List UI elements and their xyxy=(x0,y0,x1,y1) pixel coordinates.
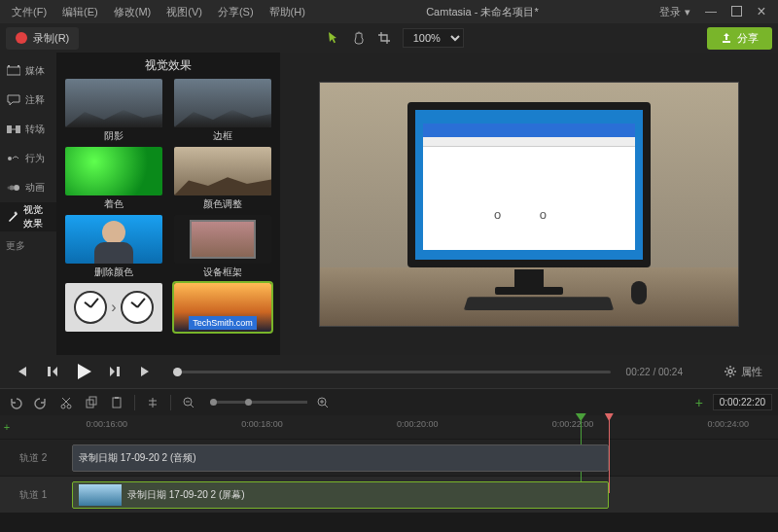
track-2-label: 轨道 2 xyxy=(14,451,72,465)
zoom-in-button[interactable] xyxy=(313,393,333,412)
svg-rect-3 xyxy=(7,125,12,133)
menu-view[interactable]: 视图(V) xyxy=(159,5,210,19)
properties-button[interactable]: 属性 xyxy=(718,365,768,379)
redo-button[interactable] xyxy=(31,393,51,412)
effect-remove-color[interactable]: 删除颜色 xyxy=(64,215,163,279)
effect-color-adjustment[interactable]: 颜色调整 xyxy=(173,147,272,211)
track-2[interactable]: 轨道 2 录制日期 17-09-20 2 (音频) xyxy=(0,439,778,476)
undo-button[interactable] xyxy=(6,393,25,412)
window-maximize-button[interactable] xyxy=(724,4,749,19)
wand-icon xyxy=(6,209,19,225)
time-display: 00:22 / 00:24 xyxy=(626,367,683,377)
menu-edit[interactable]: 编辑(E) xyxy=(54,5,106,19)
effect-border[interactable]: 边框 xyxy=(173,79,272,143)
pointer-tool-icon[interactable] xyxy=(323,27,344,49)
svg-point-5 xyxy=(8,157,12,160)
animation-icon xyxy=(6,180,21,195)
timeline-duration: 0:00:22:20 xyxy=(713,394,772,410)
svg-point-10 xyxy=(61,405,65,408)
record-icon xyxy=(16,32,27,44)
preview-monitor: o o xyxy=(407,102,651,267)
add-track-button[interactable]: + xyxy=(0,421,14,433)
next-frame-button[interactable] xyxy=(134,360,158,383)
window-minimize-button[interactable] xyxy=(698,5,724,18)
sidebar-item-visual-effects[interactable]: 视觉效果 xyxy=(0,202,56,231)
prev-frame-button[interactable] xyxy=(10,360,33,383)
media-icon xyxy=(6,63,21,79)
svg-point-9 xyxy=(728,370,732,373)
record-button[interactable]: 录制(R) xyxy=(6,27,79,50)
timeline-toolbar: + 0:00:22:20 xyxy=(0,388,778,415)
play-button[interactable] xyxy=(72,360,95,383)
seek-bar[interactable] xyxy=(173,371,611,373)
effect-colorize[interactable]: 着色 xyxy=(64,147,163,211)
main-toolbar: 录制(R) 100% 分享 xyxy=(0,23,778,53)
chevron-down-icon: ▾ xyxy=(685,6,690,18)
effect-clock-speed[interactable]: › xyxy=(64,283,163,347)
cut-button[interactable] xyxy=(56,393,76,412)
sidebar-item-behaviors[interactable]: 行为 xyxy=(0,144,56,173)
track-1-label: 轨道 1 xyxy=(14,488,72,502)
preview-canvas[interactable]: o o xyxy=(320,83,738,326)
menu-modify[interactable]: 修改(M) xyxy=(106,5,159,19)
svg-point-8 xyxy=(8,187,11,190)
clip-screen[interactable]: 录制日期 17-09-20 2 (屏幕) xyxy=(72,481,609,509)
zoom-out-button[interactable] xyxy=(179,393,198,412)
add-marker-button[interactable]: + xyxy=(691,395,707,410)
behavior-icon xyxy=(6,151,21,166)
zoom-select[interactable]: 100% xyxy=(403,28,464,48)
svg-rect-0 xyxy=(7,67,20,75)
clip-thumbnail xyxy=(79,484,122,506)
menu-help[interactable]: 帮助(H) xyxy=(262,5,313,19)
svg-rect-2 xyxy=(18,65,19,67)
sidebar-item-media[interactable]: 媒体 xyxy=(0,56,56,86)
share-button[interactable]: 分享 xyxy=(707,27,772,50)
annotation-icon xyxy=(6,92,21,108)
preview-panel: o o xyxy=(280,53,778,355)
effects-panel-title: 视觉效果 xyxy=(56,53,280,79)
loading-indicator-icon: o o xyxy=(494,207,564,222)
window-title: Camtasia - 未命名项目* xyxy=(313,5,652,19)
transition-icon xyxy=(6,122,21,137)
gear-icon xyxy=(724,365,737,378)
svg-rect-15 xyxy=(115,397,119,399)
split-button[interactable] xyxy=(143,393,162,412)
svg-point-11 xyxy=(67,405,71,408)
sidebar-item-transitions[interactable]: 转场 xyxy=(0,115,56,144)
svg-point-6 xyxy=(14,185,19,191)
sidebar-rail: 媒体 注释 转场 行为 动画 视觉效果 更多 xyxy=(0,53,56,355)
step-back-button[interactable] xyxy=(41,360,64,383)
svg-rect-14 xyxy=(113,398,121,408)
step-forward-button[interactable] xyxy=(103,360,126,383)
paste-button[interactable] xyxy=(107,393,126,412)
effect-techsmith[interactable]: TechSmith.com xyxy=(173,283,272,347)
account-login[interactable]: 登录▾ xyxy=(652,5,698,19)
effect-device-frame[interactable]: 设备框架 xyxy=(173,215,272,279)
menu-file[interactable]: 文件(F) xyxy=(4,5,54,19)
clip-audio[interactable]: 录制日期 17-09-20 2 (音频) xyxy=(72,444,609,472)
track-1[interactable]: 轨道 1 录制日期 17-09-20 2 (屏幕) xyxy=(0,476,778,513)
timeline: + 0:00:16:00 0:00:18:00 0:00:20:00 0:00:… xyxy=(0,415,778,513)
timeline-zoom-slider[interactable] xyxy=(210,401,307,404)
effects-panel: 视觉效果 阴影 边框 着色 颜色调整 删除颜色 设备框架 › TechSmith… xyxy=(56,53,280,355)
sidebar-more[interactable]: 更多 xyxy=(0,233,56,259)
hand-tool-icon[interactable] xyxy=(348,27,370,49)
menu-share[interactable]: 分享(S) xyxy=(210,5,262,19)
window-close-button[interactable] xyxy=(749,3,774,20)
svg-rect-1 xyxy=(8,65,10,67)
copy-button[interactable] xyxy=(82,393,101,412)
crop-tool-icon[interactable] xyxy=(373,27,395,49)
svg-rect-4 xyxy=(16,125,20,133)
time-ruler[interactable]: 0:00:16:00 0:00:18:00 0:00:20:00 0:00:22… xyxy=(72,415,778,439)
sidebar-item-animations[interactable]: 动画 xyxy=(0,173,56,202)
upload-icon xyxy=(721,32,732,44)
playback-controls: 00:22 / 00:24 属性 xyxy=(0,355,778,388)
effect-drop-shadow[interactable]: 阴影 xyxy=(64,79,163,143)
title-bar: 文件(F) 编辑(E) 修改(M) 视图(V) 分享(S) 帮助(H) Camt… xyxy=(0,0,778,23)
sidebar-item-annotations[interactable]: 注释 xyxy=(0,86,56,115)
